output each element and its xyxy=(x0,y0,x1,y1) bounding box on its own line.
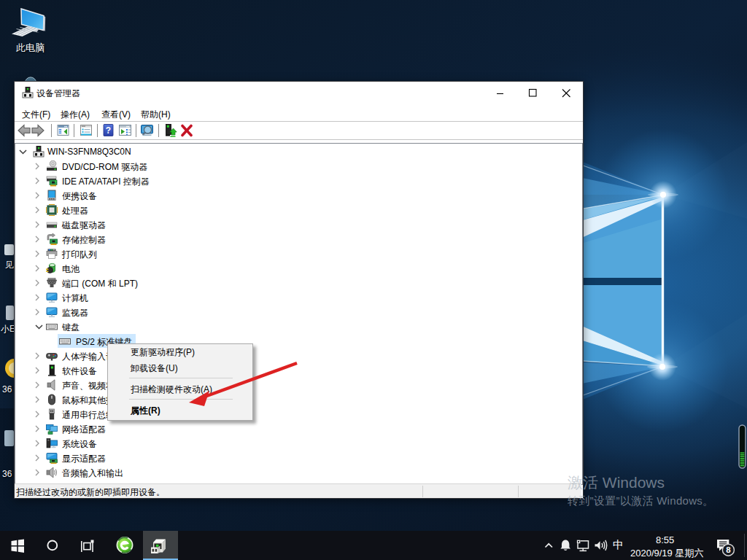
svg-text:8: 8 xyxy=(726,545,731,554)
svg-text:?: ? xyxy=(106,125,111,136)
